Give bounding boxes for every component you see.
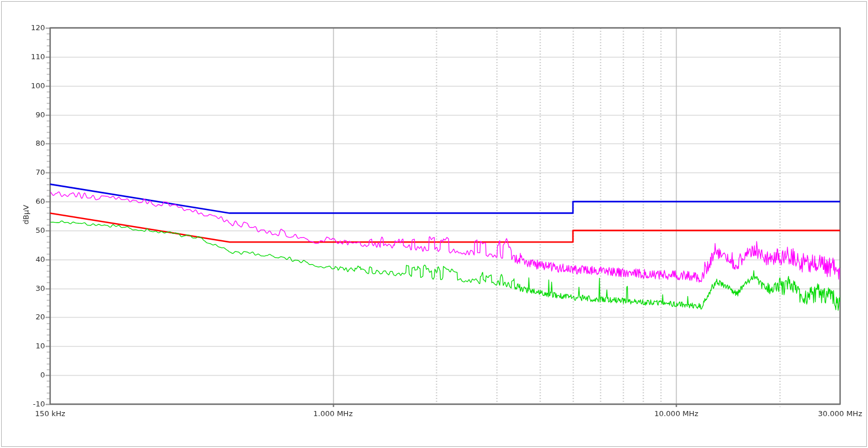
x-axis-tick-label: 150 kHz [35, 409, 65, 418]
x-axis-tick-label: 10.000 MHz [654, 409, 698, 418]
emi-conducted-emissions-screen: 1201101009080706050403020100-10 150 kHz1… [0, 0, 868, 448]
y-axis-title: dBµV [22, 205, 30, 224]
x-axis-tick-label: 1.000 MHz [313, 409, 353, 418]
x-axis-tick-label: 30.000 MHz [818, 409, 862, 418]
x-axis-tick-labels: 150 kHz1.000 MHz10.000 MHz30.000 MHz [0, 0, 868, 448]
